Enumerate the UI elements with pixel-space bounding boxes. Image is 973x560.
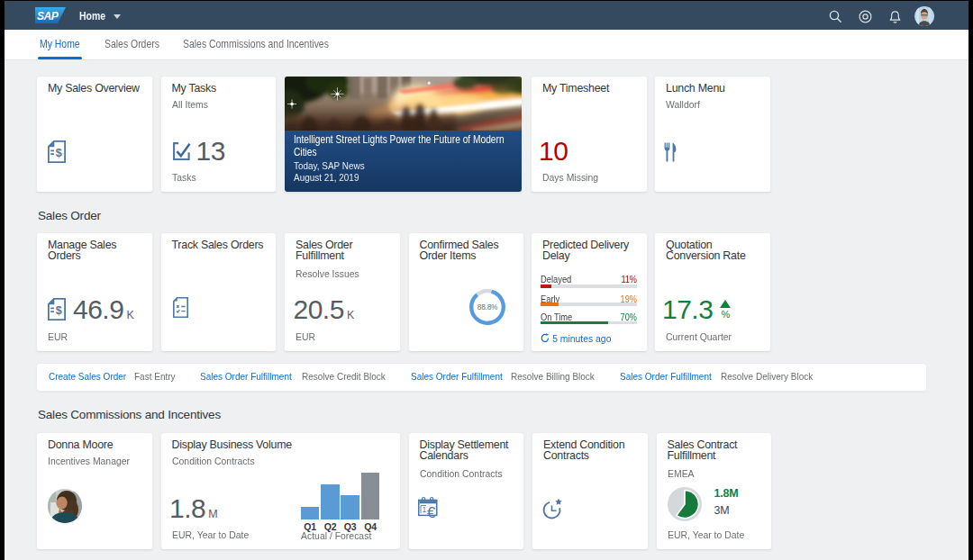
svg-text:$: $ [56, 147, 62, 159]
svg-text:88.8%: 88.8% [477, 303, 497, 312]
svg-text:1: 1 [422, 505, 426, 514]
svg-text:€: € [427, 504, 436, 520]
svg-text:$: $ [56, 304, 62, 317]
svg-text:SAP: SAP [37, 10, 59, 23]
